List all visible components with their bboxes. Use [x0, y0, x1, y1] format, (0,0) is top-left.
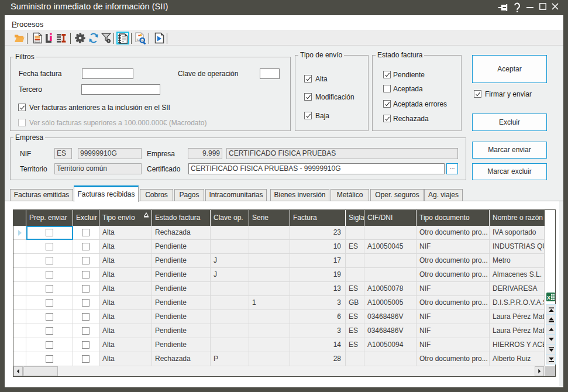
svg-text:X: X [547, 295, 550, 301]
